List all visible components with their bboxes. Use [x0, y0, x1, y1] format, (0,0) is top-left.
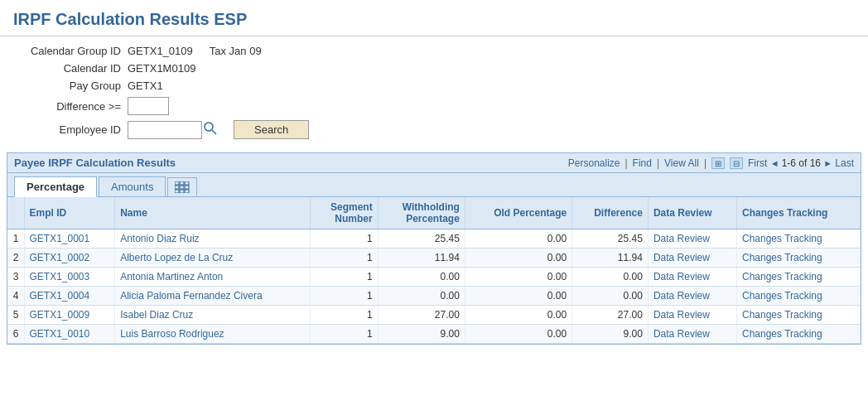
calendar-id-row: Calendar ID GETX1M0109 — [13, 62, 855, 75]
row-changes-tracking[interactable]: Changes Tracking — [737, 268, 861, 287]
employee-id-input[interactable] — [128, 121, 202, 139]
svg-rect-7 — [185, 186, 189, 189]
col-changes-tracking: Changes Tracking — [737, 197, 861, 229]
row-num: 2 — [7, 249, 24, 268]
row-empl-id[interactable]: GETX1_0002 — [24, 249, 115, 268]
row-num: 3 — [7, 268, 24, 287]
svg-line-1 — [212, 130, 216, 134]
table-row: 2 GETX1_0002 Alberto Lopez de La Cruz 1 … — [7, 249, 861, 268]
row-segment: 1 — [311, 325, 379, 344]
difference-row: Difference >= — [13, 97, 855, 115]
difference-label: Difference >= — [13, 100, 121, 113]
row-name[interactable]: Alicia Paloma Fernandez Civera — [115, 287, 311, 306]
row-data-review[interactable]: Data Review — [648, 249, 736, 268]
row-segment: 1 — [311, 306, 379, 325]
calendar-id-value: GETX1M0109 — [128, 62, 195, 75]
pay-group-label: Pay Group — [13, 80, 121, 92]
row-name[interactable]: Isabel Diaz Cruz — [115, 306, 311, 325]
row-data-review[interactable]: Data Review — [648, 268, 736, 287]
table-row: 3 GETX1_0003 Antonia Martinez Anton 1 0.… — [7, 268, 861, 287]
grid-icon1[interactable]: ⊞ — [711, 157, 725, 169]
row-segment: 1 — [311, 229, 379, 249]
sep1: | — [624, 157, 627, 169]
row-difference: 0.00 — [572, 287, 649, 306]
employee-id-label: Employee ID — [13, 123, 121, 136]
row-old-pct: 0.00 — [465, 287, 571, 306]
next-arrow[interactable]: ► — [823, 158, 835, 168]
svg-rect-9 — [180, 190, 184, 193]
row-segment: 1 — [311, 268, 379, 287]
tabs-row: Percentage Amounts — [7, 173, 861, 197]
row-withholding: 0.00 — [378, 287, 465, 306]
row-data-review[interactable]: Data Review — [648, 229, 736, 249]
row-changes-tracking[interactable]: Changes Tracking — [737, 249, 861, 268]
calendar-group-row: Calendar Group ID GETX1_0109 Tax Jan 09 — [13, 45, 855, 57]
row-difference: 27.00 — [572, 306, 649, 325]
last-link[interactable]: Last — [835, 157, 854, 169]
row-data-review[interactable]: Data Review — [648, 306, 736, 325]
find-link[interactable]: Find — [633, 157, 652, 169]
prev-arrow[interactable]: ◄ — [770, 158, 782, 168]
row-old-pct: 0.00 — [465, 306, 571, 325]
svg-rect-8 — [175, 190, 179, 193]
search-button[interactable]: Search — [234, 120, 309, 139]
difference-input[interactable] — [128, 97, 169, 115]
grid-icon2[interactable]: ⊟ — [730, 157, 743, 169]
personalize-link[interactable]: Personalize — [568, 157, 620, 169]
col-data-review: Data Review — [648, 197, 736, 229]
row-empl-id[interactable]: GETX1_0010 — [24, 325, 115, 344]
tab-percentage[interactable]: Percentage — [14, 176, 97, 197]
row-name[interactable]: Antonio Diaz Ruiz — [115, 229, 311, 249]
form-section: Calendar Group ID GETX1_0109 Tax Jan 09 … — [0, 36, 868, 152]
row-empl-id[interactable]: GETX1_0003 — [24, 268, 115, 287]
row-changes-tracking[interactable]: Changes Tracking — [737, 306, 861, 325]
col-withholding: WithholdingPercentage — [378, 197, 465, 229]
row-changes-tracking[interactable]: Changes Tracking — [737, 325, 861, 344]
lookup-icon — [204, 122, 217, 135]
tab-grid-icon[interactable] — [167, 177, 197, 196]
row-name[interactable]: Alberto Lopez de La Cruz — [115, 249, 311, 268]
row-name[interactable]: Antonia Martinez Anton — [115, 268, 311, 287]
row-empl-id[interactable]: GETX1_0001 — [24, 229, 115, 249]
employee-id-row: Employee ID Search — [13, 120, 855, 139]
row-withholding: 0.00 — [378, 268, 465, 287]
row-name[interactable]: Luis Barroso Rodriguez — [115, 325, 311, 344]
col-empl-id: Empl ID — [24, 197, 115, 229]
row-difference: 11.94 — [572, 249, 649, 268]
col-old-pct: Old Percentage — [465, 197, 571, 229]
row-changes-tracking[interactable]: Changes Tracking — [737, 229, 861, 249]
lookup-icon-button[interactable] — [204, 122, 217, 138]
row-segment: 1 — [311, 249, 379, 268]
view-all-link[interactable]: View All — [664, 157, 699, 169]
pay-group-value: GETX1 — [128, 80, 163, 92]
tax-label: Tax Jan 09 — [210, 45, 262, 57]
pay-group-row: Pay Group GETX1 — [13, 80, 855, 92]
row-old-pct: 0.00 — [465, 249, 571, 268]
row-difference: 25.45 — [572, 229, 649, 249]
grid-header-bar: Payee IRPF Calculation Results Personali… — [7, 153, 861, 173]
table-row: 5 GETX1_0009 Isabel Diaz Cruz 1 27.00 0.… — [7, 306, 861, 325]
svg-rect-5 — [175, 186, 179, 189]
row-data-review[interactable]: Data Review — [648, 287, 736, 306]
calendar-group-id-value: GETX1_0109 — [128, 45, 193, 57]
calendar-id-label: Calendar ID — [13, 62, 121, 75]
row-empl-id[interactable]: GETX1_0004 — [24, 287, 115, 306]
row-old-pct: 0.00 — [465, 268, 571, 287]
col-difference: Difference — [572, 197, 649, 229]
nav-count: 1-6 of 16 — [782, 157, 821, 169]
first-link[interactable]: First — [748, 157, 767, 169]
row-withholding: 25.45 — [378, 229, 465, 249]
tab-amounts[interactable]: Amounts — [99, 176, 166, 196]
table-row: 1 GETX1_0001 Antonio Diaz Ruiz 1 25.45 0… — [7, 229, 861, 249]
row-empl-id[interactable]: GETX1_0009 — [24, 306, 115, 325]
table-row: 6 GETX1_0010 Luis Barroso Rodriguez 1 9.… — [7, 325, 861, 344]
grid-nav-info: First ◄ 1-6 of 16 ► Last — [748, 157, 854, 169]
row-difference: 9.00 — [572, 325, 649, 344]
row-num: 5 — [7, 306, 24, 325]
row-changes-tracking[interactable]: Changes Tracking — [737, 287, 861, 306]
page-title: IRPF Calculation Results ESP — [0, 0, 868, 36]
svg-rect-4 — [185, 181, 189, 185]
row-difference: 0.00 — [572, 268, 649, 287]
row-data-review[interactable]: Data Review — [648, 325, 736, 344]
row-withholding: 11.94 — [378, 249, 465, 268]
